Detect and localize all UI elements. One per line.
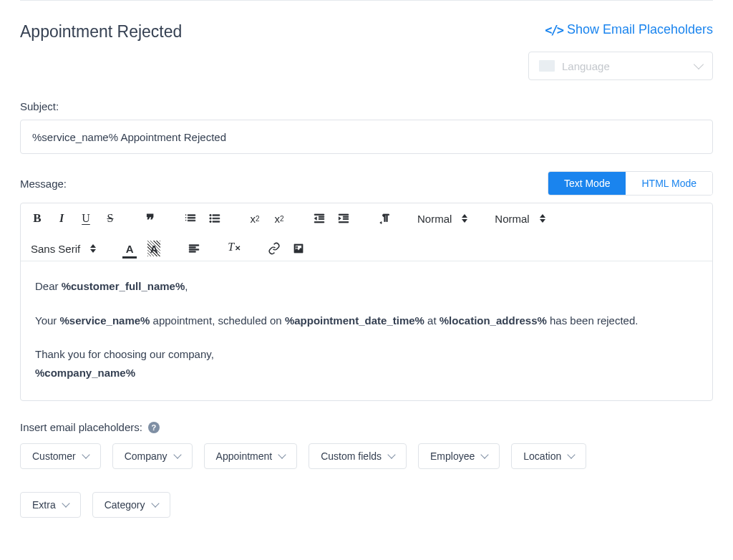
chip-appointment[interactable]: Appointment [204, 443, 298, 469]
placeholder-token: %service_name% [59, 314, 150, 327]
strikethrough-button[interactable]: S [104, 211, 117, 226]
font-picker[interactable]: Sans Serif [31, 243, 96, 255]
message-body[interactable]: Dear %customer_full_name%, Your %service… [21, 261, 712, 400]
editor-toolbar: B I U S ❞ x2 x2 [21, 203, 712, 261]
svg-point-1 [210, 218, 211, 219]
chip-label: Location [523, 450, 561, 462]
mode-toggle: Text Mode HTML Mode [548, 171, 713, 195]
sort-icon [462, 214, 467, 223]
chevron-down-icon [481, 450, 489, 458]
placeholder-token: %location_address% [440, 314, 547, 327]
sort-icon [540, 214, 545, 223]
chip-label: Appointment [216, 450, 273, 462]
editor: B I U S ❞ x2 x2 [20, 203, 713, 401]
text: Dear [35, 280, 62, 292]
outdent-button[interactable] [313, 211, 326, 226]
placeholder-token: %company_name% [35, 367, 135, 379]
text: Thank you for choosing our company, [35, 348, 214, 360]
text-direction-button[interactable] [377, 211, 390, 226]
ordered-list-button[interactable] [184, 211, 197, 226]
flag-icon [539, 60, 555, 72]
text-mode-button[interactable]: Text Mode [548, 172, 626, 195]
chip-label: Category [105, 499, 145, 511]
chip-label: Company [125, 450, 168, 462]
chip-label: Customer [32, 450, 76, 462]
image-button[interactable] [292, 241, 305, 256]
svg-point-2 [210, 221, 211, 222]
chevron-down-icon [173, 450, 181, 458]
header-row: Appointment Rejected </> Show Email Plac… [20, 22, 713, 80]
subject-input[interactable] [20, 120, 713, 154]
html-mode-button[interactable]: HTML Mode [626, 172, 712, 195]
chevron-down-icon [151, 499, 159, 507]
chip-extra[interactable]: Extra [20, 492, 81, 518]
blockquote-button[interactable]: ❞ [144, 211, 157, 226]
text: has been rejected. [547, 314, 639, 327]
unordered-list-button[interactable] [208, 211, 221, 226]
underline-button[interactable]: U [79, 211, 92, 226]
subject-label: Subject: [20, 100, 713, 112]
chevron-down-icon [568, 450, 576, 458]
chevron-down-icon [278, 450, 286, 458]
align-button[interactable] [188, 241, 200, 256]
chevron-down-icon [694, 59, 704, 69]
code-icon: </> [545, 23, 563, 37]
chip-label: Employee [430, 450, 475, 462]
message-label: Message: [20, 178, 67, 190]
placeholder-token: %appointment_date_time% [285, 314, 424, 327]
chip-label: Custom fields [321, 450, 382, 462]
insert-placeholders-label: Insert email placeholders: [20, 421, 142, 433]
text: at [424, 314, 440, 327]
chip-employee[interactable]: Employee [418, 443, 500, 469]
placeholder-chip-row: Customer Company Appointment Custom fiel… [20, 443, 713, 518]
chip-custom-fields[interactable]: Custom fields [309, 443, 407, 469]
show-placeholders-label: Show Email Placeholders [567, 22, 713, 37]
chip-customer[interactable]: Customer [20, 443, 101, 469]
text: appointment, scheduled on [150, 314, 284, 327]
language-select[interactable]: Language [528, 52, 713, 80]
heading-picker-label: Normal [417, 213, 452, 225]
chevron-down-icon [82, 450, 89, 458]
italic-button[interactable]: I [55, 211, 68, 226]
text-color-button[interactable]: A [123, 241, 136, 256]
chip-company[interactable]: Company [112, 443, 193, 469]
subscript-button[interactable]: x2 [248, 211, 261, 226]
placeholder-token: %customer_full_name% [62, 280, 185, 292]
chip-label: Extra [32, 499, 56, 511]
chip-category[interactable]: Category [92, 492, 170, 518]
text: , [185, 280, 188, 292]
bold-button[interactable]: B [31, 211, 44, 226]
heading-picker[interactable]: Normal [417, 213, 467, 225]
size-picker-label: Normal [495, 213, 529, 225]
chevron-down-icon [387, 450, 395, 458]
font-picker-label: Sans Serif [31, 243, 80, 255]
clear-format-button[interactable]: T✕ [228, 241, 241, 256]
chevron-down-icon [62, 499, 69, 507]
indent-button[interactable] [337, 211, 350, 226]
sort-icon [90, 244, 96, 253]
superscript-button[interactable]: x2 [273, 211, 286, 226]
chip-location[interactable]: Location [511, 443, 586, 469]
size-picker[interactable]: Normal [495, 213, 545, 225]
background-color-button[interactable]: A [147, 241, 160, 256]
page-title: Appointment Rejected [20, 22, 182, 42]
svg-point-0 [210, 214, 211, 216]
text: Your [35, 314, 59, 327]
show-email-placeholders-link[interactable]: </> Show Email Placeholders [545, 22, 713, 37]
help-icon[interactable]: ? [148, 422, 160, 433]
language-placeholder: Language [562, 60, 610, 72]
link-button[interactable] [268, 241, 281, 256]
